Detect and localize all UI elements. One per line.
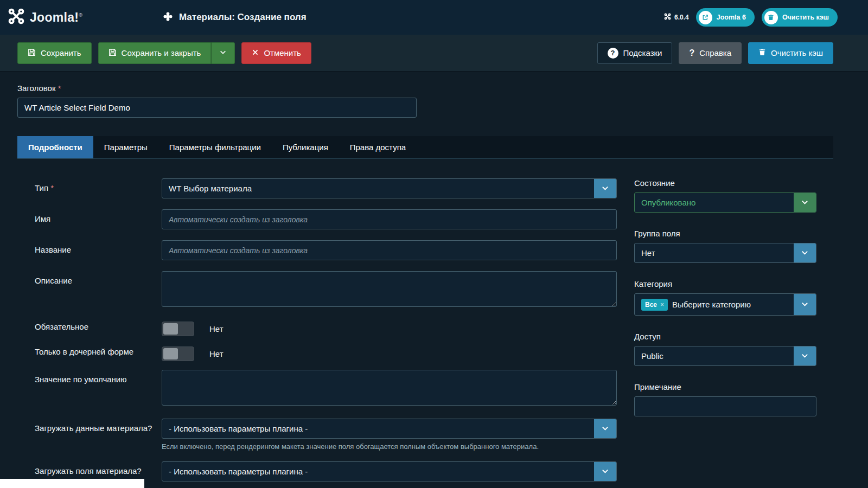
tab-permissions[interactable]: Права доступа (339, 136, 417, 158)
joomla-wordmark: Joomla!® (30, 10, 82, 25)
category-placeholder-text: Выберите категорию (672, 300, 751, 309)
chevron-down-icon (801, 198, 809, 208)
details-form: Тип * WT Выбор материала Имя (17, 178, 617, 488)
trash-icon (764, 11, 778, 24)
header-clear-cache-button[interactable]: Очистить кэш (762, 8, 838, 27)
external-link-icon (699, 11, 712, 24)
joomla-logo-icon (8, 8, 25, 27)
page-title-icon (163, 11, 173, 24)
chevron-down-icon (601, 467, 609, 477)
access-select[interactable]: Public (634, 346, 816, 366)
required-label: Обязательное (35, 320, 162, 336)
joomla6-button[interactable]: Joomla 6 (696, 8, 755, 27)
main-content: Заголовок * Подробности Параметры Параме… (0, 84, 868, 488)
load-article-data-select[interactable]: - Использовать параметры плагина - (162, 419, 617, 439)
help-button[interactable]: ? Справка (679, 42, 742, 64)
toggle-knob (163, 323, 178, 335)
name-input[interactable] (162, 209, 617, 229)
save-options-dropdown-button[interactable] (211, 42, 235, 64)
cancel-button[interactable]: Отменить (241, 42, 311, 64)
save-icon (28, 48, 36, 58)
tab-publishing[interactable]: Публикация (272, 136, 339, 158)
tab-bar: Подробности Параметры Параметры фильтрац… (17, 136, 833, 159)
save-close-split-button: Сохранить и закрыть (98, 42, 235, 64)
load-article-fields-select[interactable]: - Использовать параметры плагина - (162, 461, 617, 481)
joomla-logo[interactable]: Joomla!® (8, 8, 163, 27)
category-select-chevron[interactable] (794, 294, 816, 315)
save-button[interactable]: Сохранить (17, 42, 92, 64)
child-form-only-toggle[interactable] (162, 346, 194, 361)
field-group-select[interactable]: Нет (634, 243, 816, 263)
state-label: Состояние (634, 178, 816, 188)
sidebar-form: Состояние Опубликовано Группа поля Нет (634, 178, 816, 488)
page-title: Материалы: Создание поля (179, 12, 307, 23)
access-select-chevron[interactable] (794, 346, 816, 365)
remove-tag-icon[interactable]: × (660, 301, 664, 309)
version-label: 6.0.4 (664, 13, 689, 22)
type-label: Тип * (35, 178, 162, 198)
toggle-knob (163, 348, 178, 359)
state-select[interactable]: Опубликовано (634, 192, 816, 213)
chevron-down-icon (801, 351, 809, 361)
note-input[interactable] (634, 396, 816, 416)
field-group-label: Группа поля (634, 229, 816, 238)
inline-help-button[interactable]: ? Подсказки (597, 42, 673, 64)
default-value-textarea[interactable] (162, 370, 617, 406)
description-label: Описание (35, 271, 162, 309)
chevron-down-icon (601, 184, 609, 194)
child-form-only-toggle-state: Нет (209, 349, 224, 358)
field-title-input[interactable] (162, 240, 617, 260)
title-field-label: Заголовок * (17, 84, 833, 93)
child-form-only-label: Только в дочерней форме (35, 345, 162, 361)
title-input[interactable] (17, 98, 417, 118)
description-textarea[interactable] (162, 271, 617, 307)
required-toggle[interactable] (162, 322, 194, 336)
access-label: Доступ (634, 332, 816, 341)
app-header: Joomla!® Материалы: Создание поля (0, 0, 868, 35)
save-icon (108, 48, 117, 58)
load-article-data-label: Загружать данные материала? (35, 419, 162, 451)
note-label: Примечание (634, 382, 816, 391)
chevron-down-icon (801, 300, 809, 310)
name-label: Имя (35, 209, 162, 229)
type-select[interactable]: WT Выбор материала (162, 178, 617, 198)
chevron-down-icon (801, 248, 809, 258)
required-toggle-state: Нет (209, 324, 224, 333)
question-circle-icon: ? (608, 48, 618, 59)
category-tag-chip[interactable]: Все × (641, 299, 668, 311)
load-article-fields-select-chevron[interactable] (594, 462, 616, 481)
toolbar-clear-cache-button[interactable]: Очистить кэш (748, 42, 833, 64)
default-value-label: Значение по умолчанию (35, 370, 162, 408)
bottom-white-strip (0, 479, 144, 488)
toolbar: Сохранить Сохранить и закрыть Отменить ?… (0, 35, 868, 72)
tab-details[interactable]: Подробности (17, 136, 93, 158)
field-title-label: Название (35, 240, 162, 260)
chevron-down-icon (219, 48, 227, 57)
state-select-chevron[interactable] (794, 193, 816, 212)
tab-options[interactable]: Параметры (93, 136, 158, 158)
category-select[interactable]: Все × Выберите категорию (634, 293, 816, 316)
tab-filter-options[interactable]: Параметры фильтрации (158, 136, 272, 158)
close-icon (252, 48, 259, 57)
load-article-data-select-chevron[interactable] (594, 419, 616, 438)
question-icon: ? (689, 48, 694, 58)
chevron-down-icon (601, 424, 609, 434)
category-label: Категория (634, 279, 816, 288)
type-select-chevron[interactable] (594, 179, 616, 198)
field-group-select-chevron[interactable] (794, 243, 816, 262)
save-and-close-button[interactable]: Сохранить и закрыть (98, 42, 212, 64)
load-article-data-hint: Если включено, перед рендерингом макета … (162, 442, 617, 451)
trash-icon (758, 48, 766, 57)
joomla-version-icon (664, 13, 671, 22)
